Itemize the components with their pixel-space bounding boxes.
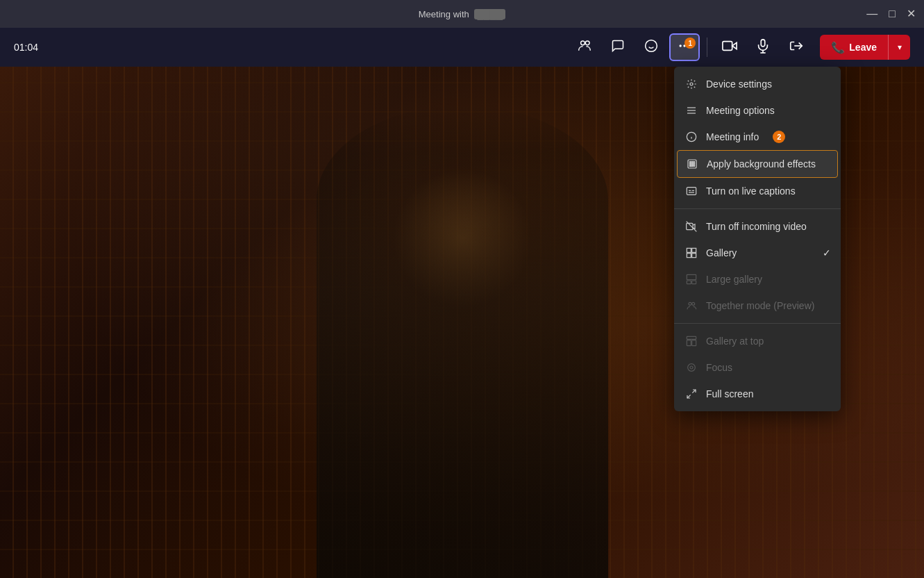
leave-button-main[interactable]: 📞 Leave — [820, 35, 888, 60]
menu-item-label-gallery: Gallery — [706, 247, 737, 258]
microphone-icon — [755, 38, 771, 57]
svg-point-2 — [646, 40, 657, 51]
svg-point-0 — [581, 40, 585, 44]
participants-button[interactable] — [569, 33, 600, 61]
microphone-button[interactable] — [748, 33, 778, 61]
window-controls: — □ ✕ — [866, 8, 916, 19]
video-off-icon — [685, 220, 698, 233]
svg-point-27 — [689, 165, 691, 167]
share-button[interactable] — [781, 33, 812, 61]
menu-item-label-large-gallery: Large gallery — [706, 274, 762, 285]
svg-point-44 — [692, 302, 695, 305]
menu-item-focus: Focus — [674, 354, 841, 381]
svg-line-51 — [687, 395, 691, 398]
title-text: Meeting with — [419, 9, 469, 19]
menu-item-label-device-settings: Device settings — [706, 79, 772, 90]
minimize-button[interactable]: — — [866, 8, 877, 19]
gallery-top-icon — [685, 335, 698, 347]
camera-icon — [722, 38, 737, 57]
menu-divider — [674, 323, 841, 324]
leave-chevron[interactable]: ▾ — [888, 35, 910, 60]
svg-point-43 — [689, 302, 691, 305]
toolbar-divider — [707, 38, 707, 57]
menu-divider — [674, 208, 841, 209]
svg-point-48 — [688, 364, 696, 372]
meeting-timer: 01:04 — [14, 42, 38, 53]
svg-point-5 — [680, 44, 682, 47]
meeting-toolbar: 01:04 — [0, 28, 924, 67]
close-button[interactable]: ✕ — [907, 8, 916, 19]
focus-icon — [685, 361, 698, 374]
together-icon — [685, 299, 698, 312]
svg-point-13 — [690, 83, 693, 85]
caption-icon — [685, 185, 698, 197]
menu-item-full-screen[interactable]: Full screen — [674, 381, 841, 407]
svg-line-50 — [692, 390, 696, 393]
menu-item-apply-bg[interactable]: Apply background effects — [677, 150, 838, 178]
leave-button[interactable]: 📞 Leave ▾ — [820, 35, 910, 60]
person-video — [317, 106, 608, 578]
leave-phone-icon: 📞 — [831, 41, 845, 54]
svg-rect-45 — [687, 336, 696, 339]
menu-item-label-meeting-info: Meeting info — [706, 131, 759, 142]
menu-item-label-gallery-at-top: Gallery at top — [706, 336, 764, 347]
more-button[interactable]: 1 — [669, 33, 700, 61]
svg-rect-8 — [723, 41, 732, 50]
svg-rect-38 — [687, 254, 691, 258]
svg-rect-40 — [687, 274, 696, 279]
menu-item-check-gallery: ✓ — [823, 247, 831, 258]
leave-label: Leave — [849, 42, 877, 53]
menu-item-label-turn-off-video: Turn off incoming video — [706, 221, 807, 232]
menu-item-gallery-at-top: Gallery at top — [674, 328, 841, 354]
camera-button[interactable] — [714, 33, 745, 61]
chevron-down-icon: ▾ — [898, 42, 902, 52]
title-bar: Meeting with ████ — □ ✕ — [0, 0, 924, 28]
svg-point-23 — [694, 161, 695, 163]
menu-item-label-live-captions: Turn on live captions — [706, 185, 796, 197]
participants-icon — [578, 39, 591, 56]
svg-point-1 — [586, 40, 590, 44]
blur-icon — [686, 158, 698, 170]
menu-item-device-settings[interactable]: Device settings — [674, 71, 841, 97]
svg-point-26 — [694, 163, 695, 165]
info-icon — [685, 131, 698, 143]
window-title: Meeting with ████ — [419, 9, 505, 19]
menu-item-label-apply-bg: Apply background effects — [707, 158, 816, 170]
title-blurred: ████ — [474, 9, 505, 19]
reactions-icon — [644, 39, 658, 56]
options-icon — [685, 104, 698, 117]
svg-rect-37 — [692, 248, 696, 252]
menu-item-meeting-info[interactable]: Meeting info2 — [674, 124, 841, 150]
menu-item-turn-off-video[interactable]: Turn off incoming video — [674, 213, 841, 240]
menu-item-label-together-mode: Together mode (Preview) — [706, 300, 814, 311]
svg-point-49 — [690, 366, 693, 369]
svg-point-22 — [691, 161, 693, 163]
more-dropdown-menu: Device settingsMeeting optionsMeeting in… — [674, 67, 841, 411]
menu-item-badge-meeting-info: 2 — [773, 131, 785, 143]
menu-item-meeting-options[interactable]: Meeting options — [674, 97, 841, 124]
svg-rect-9 — [762, 39, 766, 46]
svg-point-24 — [689, 163, 691, 165]
chat-icon — [611, 39, 625, 56]
svg-point-25 — [691, 163, 693, 165]
svg-rect-30 — [687, 188, 696, 195]
chat-button[interactable] — [603, 33, 633, 61]
menu-item-label-meeting-options: Meeting options — [706, 105, 775, 116]
svg-rect-42 — [692, 281, 696, 284]
gear-icon — [685, 78, 698, 90]
svg-point-21 — [689, 161, 691, 163]
menu-item-gallery[interactable]: Gallery✓ — [674, 240, 841, 266]
menu-item-label-full-screen: Full screen — [706, 388, 753, 399]
svg-rect-39 — [692, 254, 696, 258]
toolbar-actions: 1 — [569, 33, 910, 61]
gallery-large-icon — [685, 273, 698, 286]
reactions-button[interactable] — [636, 33, 666, 61]
svg-rect-47 — [692, 340, 696, 346]
share-icon — [789, 38, 804, 57]
more-badge: 1 — [684, 38, 696, 49]
svg-point-29 — [694, 165, 695, 167]
svg-point-28 — [691, 165, 693, 167]
menu-item-large-gallery: Large gallery — [674, 266, 841, 292]
maximize-button[interactable]: □ — [889, 8, 896, 19]
menu-item-live-captions[interactable]: Turn on live captions — [674, 178, 841, 204]
